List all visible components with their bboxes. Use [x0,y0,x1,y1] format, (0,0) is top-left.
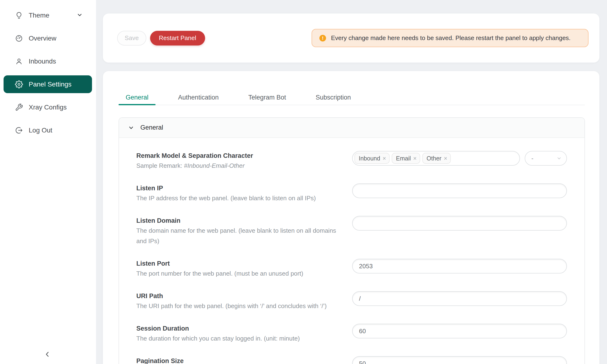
sample-remark-value: #Inbound-Email-Other [184,162,245,169]
warning-alert-message: Every change made here needs to be saved… [331,33,570,43]
tab-general[interactable]: General [119,90,156,105]
field-description: The domain name for the web panel. (leav… [136,225,347,246]
lightbulb-icon [15,11,23,19]
warning-icon: ! [319,35,326,41]
field-row-listen-port: Listen Port The port number for the web … [136,259,567,279]
remove-tag-icon[interactable]: × [444,156,448,161]
chevron-down-icon [76,12,83,19]
remove-tag-icon[interactable]: × [383,156,386,161]
listen-ip-input[interactable] [352,183,567,198]
sidebar-item-label: Log Out [29,127,53,134]
tag-label: Inbound [359,155,380,162]
warning-alert: ! Every change made here needs to be sav… [312,29,589,47]
general-collapse-panel: General Remark Model & Separation Charac… [119,117,585,364]
field-description: The duration for which you can stay logg… [136,333,347,344]
sidebar-collapse-button[interactable] [43,349,52,360]
field-description: The URI path for the web panel. (begins … [136,301,347,311]
sidebar-item-inbounds[interactable]: Inbounds [3,52,92,70]
tab-subscription[interactable]: Subscription [308,90,358,105]
settings-tabs: General Authentication Telegram Bot Subs… [119,71,585,105]
remark-model-tags-input[interactable]: Inbound × Email × Other × [352,151,520,166]
gear-icon [15,80,23,88]
field-row-listen-ip: Listen IP The IP address for the web pan… [136,183,567,203]
listen-domain-input[interactable] [352,216,567,231]
sidebar-nav: Theme Overview Inbounds [0,0,96,139]
chevron-down-icon [128,125,134,131]
separator-select[interactable]: - [525,151,567,166]
tag-chip: Other × [422,153,451,164]
field-label: Listen IP [136,183,347,193]
field-label: URI Path [136,291,347,301]
remove-tag-icon[interactable]: × [413,156,417,161]
chevron-down-icon [556,156,562,161]
sidebar-item-xray-configs[interactable]: Xray Configs [3,98,92,116]
wrench-icon [15,103,23,111]
tag-label: Email [396,155,411,162]
tag-label: Other [427,155,441,162]
settings-card: General Authentication Telegram Bot Subs… [103,71,599,364]
field-description: Sample Remark: #Inbound-Email-Other [136,160,347,171]
restart-panel-button[interactable]: Restart Panel [150,31,205,46]
field-label: Listen Port [136,259,347,268]
separator-select-value: - [531,155,533,162]
field-description: The port number for the web panel. (must… [136,268,347,279]
logout-icon [15,126,23,134]
session-duration-input[interactable] [352,324,567,338]
dashboard-icon [15,34,23,42]
field-row-listen-domain: Listen Domain The domain name for the we… [136,216,567,246]
general-collapse-header[interactable]: General [119,118,584,138]
tab-telegram-bot[interactable]: Telegram Bot [241,90,293,105]
sidebar: Theme Overview Inbounds [0,0,96,364]
main-content: Save Restart Panel ! Every change made h… [96,13,607,364]
sidebar-item-theme[interactable]: Theme [3,6,92,24]
field-row-session-duration: Session Duration The duration for which … [136,324,567,344]
save-button[interactable]: Save [117,31,146,46]
field-row-remark-model: Remark Model & Separation Character Samp… [136,151,567,171]
actions-card: Save Restart Panel ! Every change made h… [103,13,599,63]
field-label: Session Duration [136,324,347,333]
sidebar-item-log-out[interactable]: Log Out [3,121,92,139]
field-label: Remark Model & Separation Character [136,151,347,160]
tag-chip: Email × [392,153,420,164]
field-label: Listen Domain [136,216,347,225]
sidebar-item-label: Theme [29,12,49,19]
sidebar-item-label: Panel Settings [29,80,72,88]
chevron-left-icon [44,351,51,358]
user-icon [15,57,23,65]
sidebar-item-overview[interactable]: Overview [3,29,92,47]
sidebar-item-label: Xray Configs [29,104,67,111]
general-settings-form: Remark Model & Separation Character Samp… [119,138,584,364]
field-row-uri-path: URI Path The URI path for the web panel.… [136,291,567,311]
sidebar-item-panel-settings[interactable]: Panel Settings [3,75,92,93]
tab-authentication[interactable]: Authentication [171,90,226,105]
listen-port-input[interactable] [352,259,567,273]
sidebar-item-label: Overview [29,35,56,42]
sample-remark-prefix: Sample Remark: [136,162,184,169]
tag-chip: Inbound × [355,153,390,164]
section-title: General [140,124,163,131]
field-row-pagination-size: Pagination Size [136,356,567,364]
sidebar-item-label: Inbounds [29,58,56,65]
field-label: Pagination Size [136,356,347,364]
pagination-size-input[interactable] [352,356,567,364]
uri-path-input[interactable] [352,291,567,306]
field-description: The IP address for the web panel. (leave… [136,193,347,203]
